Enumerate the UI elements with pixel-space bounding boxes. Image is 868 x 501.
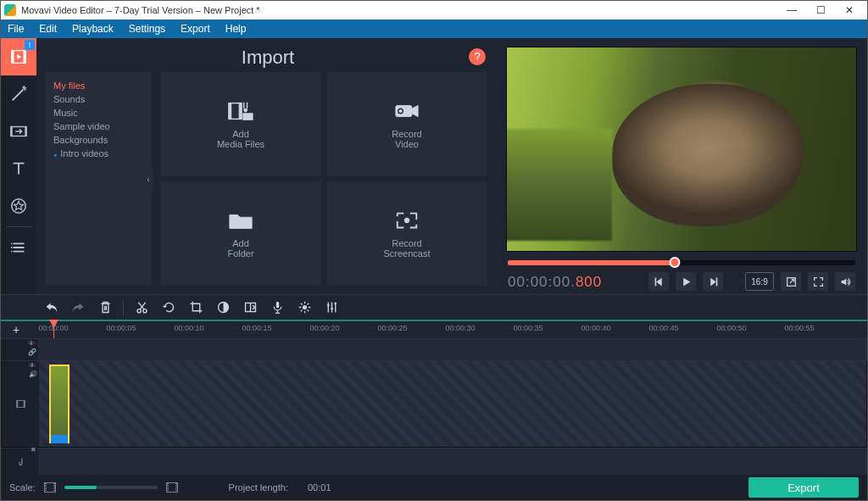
transitions-tab[interactable] bbox=[1, 113, 36, 150]
audio-track-header[interactable]: ✖ bbox=[1, 448, 38, 475]
scale-label: Scale: bbox=[9, 482, 36, 493]
filters-tab[interactable] bbox=[1, 75, 36, 113]
notification-badge: ! bbox=[25, 40, 35, 50]
help-button[interactable]: ? bbox=[469, 48, 486, 65]
more-tab[interactable] bbox=[1, 229, 36, 266]
mute-toggle[interactable]: 🔊 bbox=[29, 371, 37, 378]
video-track-header[interactable]: 👁🔊 bbox=[2, 361, 39, 447]
collapse-categories-button[interactable]: ‹ bbox=[143, 166, 153, 192]
audio-track-lane[interactable] bbox=[38, 448, 867, 475]
stickers-tab[interactable] bbox=[1, 187, 36, 225]
volume-button[interactable] bbox=[835, 272, 855, 291]
audio-track: ✖ bbox=[1, 448, 867, 475]
svg-point-9 bbox=[11, 243, 13, 245]
camera-icon bbox=[393, 100, 420, 122]
timecode: 00:00:00.800 bbox=[508, 273, 602, 291]
zoom-in-icon[interactable] bbox=[166, 482, 178, 493]
add-folder-button[interactable]: Add Folder bbox=[160, 181, 321, 286]
equalizer-button[interactable] bbox=[320, 298, 342, 318]
record-screencast-button[interactable]: Record Screencast bbox=[326, 181, 487, 286]
category-sample-video[interactable]: Sample video bbox=[53, 120, 143, 133]
category-my-files[interactable]: My files bbox=[53, 79, 143, 92]
import-panel: Import ? My files Sounds Music Sample vi… bbox=[36, 38, 499, 294]
project-length-label: Project length: bbox=[229, 482, 288, 493]
ruler-tick: 00:00:25 bbox=[377, 324, 407, 332]
svg-marker-23 bbox=[683, 277, 690, 286]
seek-knob[interactable] bbox=[669, 257, 680, 268]
ruler-tick: 00:00:45 bbox=[648, 324, 678, 332]
color-adjust-button[interactable] bbox=[212, 298, 234, 318]
text-track-header[interactable]: 👁🔗 bbox=[1, 339, 38, 360]
scale-slider[interactable] bbox=[64, 486, 158, 489]
preview-viewport[interactable] bbox=[506, 47, 857, 252]
aspect-ratio-button[interactable]: 16:9 bbox=[745, 272, 774, 291]
clip-properties-button[interactable] bbox=[293, 298, 315, 318]
menu-settings[interactable]: Settings bbox=[129, 23, 165, 35]
visibility-toggle[interactable]: 👁 bbox=[28, 341, 36, 348]
voiceover-button[interactable] bbox=[266, 298, 288, 318]
svg-rect-34 bbox=[326, 304, 329, 306]
menu-export[interactable]: Export bbox=[181, 23, 210, 35]
minimize-button[interactable]: — bbox=[777, 2, 806, 19]
playhead[interactable] bbox=[53, 321, 54, 338]
svg-rect-22 bbox=[654, 277, 656, 286]
category-music[interactable]: Music bbox=[53, 106, 143, 120]
category-backgrounds[interactable]: Backgrounds bbox=[53, 133, 143, 147]
split-button[interactable] bbox=[239, 298, 261, 318]
svg-rect-16 bbox=[243, 113, 253, 120]
visibility-toggle[interactable]: 👁 bbox=[29, 363, 37, 370]
add-track-button[interactable]: + bbox=[1, 323, 31, 337]
add-media-files-button[interactable]: Add Media Files bbox=[160, 72, 321, 176]
svg-rect-35 bbox=[331, 308, 333, 309]
mute-toggle[interactable]: ✖ bbox=[31, 447, 36, 454]
ruler-tick: 00:00:10 bbox=[174, 324, 203, 332]
cut-button[interactable] bbox=[131, 298, 153, 318]
rotate-button[interactable] bbox=[158, 298, 180, 318]
ruler-tick: 00:00:30 bbox=[445, 324, 475, 332]
ruler-tick: 00:00:40 bbox=[581, 324, 610, 332]
menu-help[interactable]: Help bbox=[225, 23, 247, 35]
video-track: 👁🔊 bbox=[1, 360, 867, 448]
menu-playback[interactable]: Playback bbox=[72, 23, 114, 35]
crop-button[interactable] bbox=[185, 298, 207, 318]
titles-tab[interactable] bbox=[1, 150, 36, 187]
category-sounds[interactable]: Sounds bbox=[53, 92, 143, 106]
delete-button[interactable] bbox=[94, 298, 116, 318]
zoom-out-icon[interactable] bbox=[44, 482, 56, 493]
undo-button[interactable] bbox=[40, 298, 62, 318]
export-button[interactable]: Export bbox=[748, 477, 859, 498]
time-ruler[interactable]: + 00:00:0000:00:0500:00:1000:00:1500:00:… bbox=[1, 321, 867, 338]
text-icon bbox=[9, 159, 28, 178]
video-track-icon bbox=[15, 398, 26, 409]
next-frame-button[interactable] bbox=[703, 272, 723, 291]
record-video-button[interactable]: Record Video bbox=[326, 72, 487, 176]
play-button[interactable] bbox=[676, 272, 696, 291]
redo-button[interactable] bbox=[67, 298, 89, 318]
menu-file[interactable]: File bbox=[8, 23, 24, 35]
svg-rect-36 bbox=[334, 303, 337, 304]
svg-marker-21 bbox=[656, 277, 662, 286]
text-track-lane[interactable] bbox=[38, 339, 867, 360]
import-tab[interactable]: ! bbox=[1, 38, 36, 75]
svg-rect-5 bbox=[11, 127, 13, 136]
card-label: Record Video bbox=[392, 129, 421, 149]
video-track-lane[interactable] bbox=[39, 361, 866, 447]
menu-edit[interactable]: Edit bbox=[39, 23, 57, 35]
screencast-icon bbox=[393, 209, 420, 231]
app-logo-icon bbox=[4, 4, 16, 16]
svg-rect-38 bbox=[16, 400, 18, 407]
svg-rect-2 bbox=[24, 51, 26, 64]
svg-rect-39 bbox=[23, 400, 25, 407]
category-intro-videos[interactable]: Intro videos bbox=[53, 147, 143, 160]
link-toggle[interactable]: 🔗 bbox=[28, 349, 36, 356]
media-files-icon bbox=[227, 100, 254, 122]
prev-frame-button[interactable] bbox=[648, 272, 669, 291]
popout-button[interactable] bbox=[781, 272, 801, 291]
maximize-button[interactable]: ☐ bbox=[806, 2, 835, 19]
close-button[interactable]: ✕ bbox=[835, 2, 864, 19]
fullscreen-button[interactable] bbox=[808, 272, 828, 291]
seek-bar[interactable] bbox=[508, 260, 855, 265]
import-categories: My files Sounds Music Sample video Backg… bbox=[45, 72, 152, 286]
video-clip[interactable] bbox=[49, 365, 70, 443]
side-toolbar: ! bbox=[1, 38, 36, 294]
